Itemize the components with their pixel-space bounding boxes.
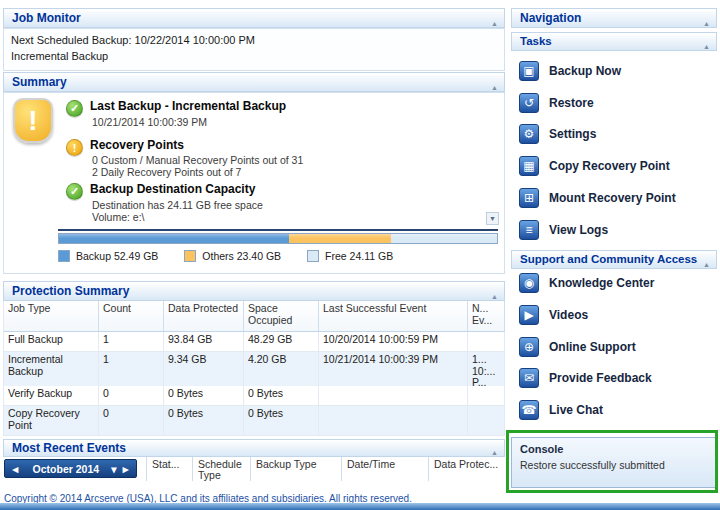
panel-title: Navigation xyxy=(520,11,581,25)
capacity-bar-segment xyxy=(59,234,289,243)
cell-next-event xyxy=(468,332,505,352)
capacity-bar-topline xyxy=(58,229,498,231)
table-header-row: Job Type Count Data Protected Space Occu… xyxy=(4,301,505,332)
calendar-control: ◄ October 2014 ▾ ► xyxy=(4,459,137,478)
cell-space-occupied: 48.29 GB xyxy=(244,332,319,352)
events-column-data-protected: Data Protec... xyxy=(428,457,504,481)
nav-item-backup-now[interactable]: ▣ Backup Now xyxy=(512,60,716,82)
warning-icon: ! xyxy=(66,139,83,156)
nav-item-label: Online Support xyxy=(549,340,636,354)
cell-count: 0 xyxy=(99,406,164,436)
cell-job-type: Incremental Backup xyxy=(4,352,99,386)
section-header-tasks[interactable]: Tasks ▲ xyxy=(511,32,717,51)
nav-item-restore[interactable]: ↺ Restore xyxy=(512,92,716,114)
summary-item-line: 10/21/2014 10:00:39 PM xyxy=(92,116,207,128)
summary-item-line: Volume: e:\ xyxy=(92,211,145,223)
nav-item-label: View Logs xyxy=(549,223,608,237)
summary-item-title: Backup Destination Capacity xyxy=(90,182,255,196)
nav-item-label: Settings xyxy=(549,127,596,141)
column-header: N... Ev... xyxy=(468,301,505,332)
cell-count: 1 xyxy=(99,352,164,386)
console-panel: Console Restore successfully submitted xyxy=(511,437,716,488)
capacity-bar-segment xyxy=(391,234,497,243)
panel-header-protection-summary[interactable]: Protection Summary ▲ xyxy=(3,281,505,301)
cell-job-type: Full Backup xyxy=(4,332,99,352)
scroll-down-button[interactable]: ▼ xyxy=(486,212,499,225)
cell-next-event xyxy=(468,406,505,436)
section-header-support[interactable]: Support and Community Access ▲ xyxy=(511,250,717,269)
nav-item-copy-recovery-point[interactable]: ▦ Copy Recovery Point xyxy=(512,155,716,177)
live-chat-icon: ☎ xyxy=(519,400,539,420)
bottom-bar xyxy=(0,503,720,510)
column-header: Space Occupied xyxy=(244,301,319,332)
cell-next-event xyxy=(468,386,505,406)
video-icon: ▶ xyxy=(519,305,539,325)
legend-item: Free 24.11 GB xyxy=(307,250,393,262)
gear-icon: ⚙ xyxy=(519,124,539,144)
panel-title: Protection Summary xyxy=(12,284,129,298)
calendar-month-label[interactable]: October 2014 xyxy=(24,463,107,475)
nav-item-label: Provide Feedback xyxy=(549,371,652,385)
events-column-datetime: Date/Time xyxy=(341,457,426,481)
cell-data-protected: 93.84 GB xyxy=(164,332,244,352)
column-header: Job Type xyxy=(4,301,99,332)
capacity-legend: Backup 52.49 GBOthers 23.40 GBFree 24.11… xyxy=(58,250,393,262)
nav-item-provide-feedback[interactable]: ✉ Provide Feedback xyxy=(512,367,716,389)
online-support-icon: ⊕ xyxy=(519,337,539,357)
collapse-icon[interactable]: ▲ xyxy=(703,38,710,55)
cell-space-occupied: 4.20 GB xyxy=(244,352,319,386)
cell-last-event: 10/21/2014 10:00:39 PM xyxy=(319,352,468,386)
copy-recovery-point-icon: ▦ xyxy=(519,156,539,176)
view-logs-icon: ≡ xyxy=(519,220,539,240)
nav-item-label: Knowledge Center xyxy=(549,276,654,290)
backup-now-icon: ▣ xyxy=(519,61,539,81)
legend-label: Backup 52.49 GB xyxy=(76,250,158,262)
mount-recovery-point-icon: ⊞ xyxy=(519,188,539,208)
success-icon: ✓ xyxy=(66,100,83,117)
panel-header-most-recent-events[interactable]: Most Recent Events ▲ xyxy=(3,439,505,457)
panel-title: Job Monitor xyxy=(12,11,81,25)
calendar-next-button[interactable]: ► xyxy=(121,463,131,475)
protection-summary-table: Job Type Count Data Protected Space Occu… xyxy=(3,301,505,436)
knowledge-center-icon: ◉ xyxy=(519,273,539,293)
success-icon: ✓ xyxy=(66,183,83,200)
nav-item-live-chat[interactable]: ☎ Live Chat xyxy=(512,399,716,421)
column-header: Data Protected xyxy=(164,301,244,332)
summary-item-line: Destination has 24.11 GB free space xyxy=(92,199,263,211)
summary-item-line: 0 Custom / Manual Recovery Points out of… xyxy=(92,154,303,166)
nav-item-label: Copy Recovery Point xyxy=(549,159,670,173)
table-row[interactable]: Verify Backup 0 0 Bytes 0 Bytes xyxy=(4,386,505,406)
legend-swatch xyxy=(307,250,319,262)
summary-item-line: 2 Daily Recovery Points out of 7 xyxy=(92,166,241,178)
table-row[interactable]: Copy Recovery Point 0 0 Bytes 0 Bytes xyxy=(4,406,505,436)
column-header: Last Successful Event xyxy=(319,301,468,332)
calendar-prev-button[interactable]: ◄ xyxy=(10,463,20,475)
events-column-status: Stat... xyxy=(146,457,190,481)
collapse-icon[interactable]: ▲ xyxy=(703,15,710,33)
app-window: Job Monitor ▲ Next Scheduled Backup: 10/… xyxy=(0,0,720,510)
panel-header-job-monitor[interactable]: Job Monitor ▲ xyxy=(3,8,505,28)
panel-header-summary[interactable]: Summary ▲ xyxy=(3,72,505,92)
events-column-schedule-type: Schedule Type xyxy=(192,457,248,481)
nav-item-knowledge-center[interactable]: ◉ Knowledge Center xyxy=(512,272,716,294)
console-title: Console xyxy=(512,438,715,457)
summary-item-title: Last Backup - Incremental Backup xyxy=(90,99,286,113)
job-monitor-body: Next Scheduled Backup: 10/22/2014 10:00:… xyxy=(3,28,505,71)
legend-item: Backup 52.49 GB xyxy=(58,250,158,262)
events-column-backup-type: Backup Type xyxy=(250,457,339,481)
collapse-icon[interactable]: ▲ xyxy=(703,256,710,273)
table-row[interactable]: Full Backup 1 93.84 GB 48.29 GB 10/20/20… xyxy=(4,332,505,352)
nav-item-settings[interactable]: ⚙ Settings xyxy=(512,123,716,145)
table-row[interactable]: Incremental Backup 1 9.34 GB 4.20 GB 10/… xyxy=(4,352,505,386)
column-header: Count xyxy=(99,301,164,332)
nav-item-online-support[interactable]: ⊕ Online Support xyxy=(512,336,716,358)
nav-item-videos[interactable]: ▶ Videos xyxy=(512,304,716,326)
legend-swatch xyxy=(58,250,70,262)
panel-header-navigation[interactable]: Navigation ▲ xyxy=(511,8,717,28)
cell-data-protected: 9.34 GB xyxy=(164,352,244,386)
nav-item-mount-recovery-point[interactable]: ⊞ Mount Recovery Point xyxy=(512,187,716,209)
cell-job-type: Verify Backup xyxy=(4,386,99,406)
nav-item-view-logs[interactable]: ≡ View Logs xyxy=(512,219,716,241)
calendar-dropdown-icon[interactable]: ▾ xyxy=(111,463,116,475)
cell-count: 0 xyxy=(99,386,164,406)
